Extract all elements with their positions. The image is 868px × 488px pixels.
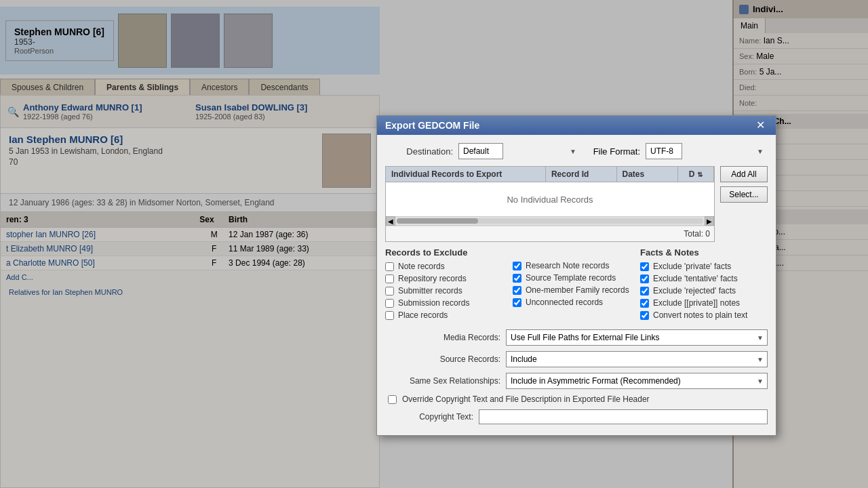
th-dates: Dates [617,167,678,182]
table-footer: Total: 0 [386,226,714,241]
scroll-track[interactable] [397,218,703,224]
checkbox-one-member-input[interactable] [513,286,521,295]
checkbox-exclude-rejected: Exclude 'rejected' facts [640,286,768,296]
facts-left-col: Research Note records Source Template re… [513,247,640,323]
exclude-section-title: Records to Exclude [385,247,513,258]
add-all-button[interactable]: Add All [720,166,768,182]
copyright-row: Copyright Text: [385,409,768,424]
file-format-label: File Format: [586,146,640,157]
override-label: Override Copyright Text and File Descrip… [402,394,650,404]
checkbox-repository-records-input[interactable] [385,274,394,283]
th-record-id: Record Id [546,167,617,182]
exclude-col: Records to Exclude Note records Reposito… [385,247,513,323]
horizontal-scrollbar[interactable]: ◀ ▶ [386,216,714,226]
media-records-label: Media Records: [385,333,500,342]
no-records-label: No Individual Records [496,184,604,216]
checkbox-exclude-private: Exclude 'private' facts [640,262,768,271]
same-sex-select-wrap: Include in Asymmetric Format (Recommende… [506,373,768,389]
export-gedcom-modal: Export GEDCOM File ✕ Destination: Defaul… [376,115,776,436]
checkbox-note-records-input[interactable] [385,262,394,271]
scroll-right-btn[interactable]: ▶ [705,216,714,226]
checkbox-submission-records-input[interactable] [385,299,394,308]
checkbox-source-template: Source Template records [513,273,640,283]
scroll-thumb [397,218,478,224]
source-records-row: Source Records: Include Exclude Referenc… [385,351,768,367]
checkbox-exclude-private-label: Exclude 'private' facts [653,262,731,271]
total-value: 0 [705,229,710,239]
destination-row: Destination: Default File Clipboard File… [385,143,768,159]
checkbox-unconnected-input[interactable] [513,298,521,307]
checkbox-exclude-private-notes: Exclude [[private]] notes [640,298,768,308]
sort-arrows[interactable]: ⇅ [697,171,703,178]
checkbox-exclude-private-input[interactable] [640,262,649,271]
th-d: D ⇅ [678,167,714,182]
source-select-wrap: Include Exclude Referenced Only [506,351,768,367]
file-format-select-wrap: UTF-8 ANSI ANSEL [646,143,768,159]
checkbox-submitter-records-input[interactable] [385,287,394,296]
checkbox-exclude-private-notes-input[interactable] [640,299,649,308]
records-table: Individual Records to Export Record Id D… [385,166,715,242]
media-select[interactable]: Use Full File Paths for External File Li… [506,329,768,346]
checkbox-exclude-rejected-input[interactable] [640,287,649,296]
checkbox-unconnected-label: Unconnected records [526,298,603,307]
destination-select[interactable]: Default File Clipboard [458,143,503,159]
checkbox-research-note: Research Note records [513,261,640,270]
table-header: Individual Records to Export Record Id D… [386,167,714,182]
media-records-row: Media Records: Use Full File Paths for E… [385,329,768,346]
checkbox-unconnected: Unconnected records [513,298,640,307]
checkbox-source-template-input[interactable] [513,274,521,283]
modal-title: Export GEDCOM File [385,120,479,131]
th-records: Individual Records to Export [386,167,546,182]
checkbox-repository-records: Repository records [385,274,513,283]
facts-section-title: Facts & Notes [640,247,768,258]
checkbox-exclude-tentative: Exclude 'tentative' facts [640,274,768,283]
checkbox-exclude-tentative-label: Exclude 'tentative' facts [653,274,738,283]
checkbox-research-note-input[interactable] [513,262,521,270]
checkbox-one-member-label: One-member Family records [526,285,629,295]
file-format-select[interactable]: UTF-8 ANSI ANSEL [646,143,682,159]
same-sex-row: Same Sex Relationships: Include in Asymm… [385,373,768,389]
checkbox-submission-records-label: Submission records [398,298,469,308]
modal-body: Destination: Default File Clipboard File… [377,135,776,435]
checkbox-note-records: Note records [385,262,513,271]
checkbox-convert-notes: Convert notes to plain text [640,310,768,320]
facts-right-col: Facts & Notes Exclude 'private' facts Ex… [640,247,768,323]
same-sex-label: Same Sex Relationships: [385,376,500,386]
exclude-facts-section: Records to Exclude Note records Reposito… [385,247,768,323]
checkbox-exclude-rejected-label: Exclude 'rejected' facts [653,286,736,296]
modal-close-button[interactable]: ✕ [753,120,768,131]
checkbox-source-template-label: Source Template records [526,273,616,283]
copyright-input[interactable] [479,409,768,424]
checkbox-note-records-label: Note records [398,262,445,271]
table-body: No Individual Records [386,182,714,216]
checkbox-repository-records-label: Repository records [398,274,467,283]
checkbox-place-records: Place records [385,310,513,320]
same-sex-select[interactable]: Include in Asymmetric Format (Recommende… [506,373,768,389]
th-d-text: D [689,169,695,179]
table-actions: Add All Select... [720,166,768,203]
checkbox-submitter-records-label: Submitter records [398,286,462,296]
checkbox-one-member: One-member Family records [513,285,640,295]
checkbox-research-note-label: Research Note records [526,261,609,270]
modal-header: Export GEDCOM File ✕ [377,116,776,135]
select-button[interactable]: Select... [720,186,768,203]
total-label: Total: [684,229,703,239]
source-records-label: Source Records: [385,354,500,364]
source-select[interactable]: Include Exclude Referenced Only [506,351,768,367]
destination-select-wrap: Default File Clipboard [458,143,580,159]
checkbox-convert-notes-label: Convert notes to plain text [653,310,747,320]
checkbox-exclude-tentative-input[interactable] [640,274,649,283]
checkbox-place-records-input[interactable] [385,311,394,320]
destination-label: Destination: [385,146,453,157]
media-select-wrap: Use Full File Paths for External File Li… [506,329,768,346]
checkbox-place-records-label: Place records [398,310,448,320]
checkbox-convert-notes-input[interactable] [640,311,649,320]
checkbox-submitter-records: Submitter records [385,286,513,296]
scroll-left-btn[interactable]: ◀ [386,216,395,226]
checkbox-exclude-private-notes-label: Exclude [[private]] notes [653,298,740,308]
records-table-area: Individual Records to Export Record Id D… [385,166,768,247]
records-table-main: Individual Records to Export Record Id D… [385,166,715,247]
checkbox-submission-records: Submission records [385,298,513,308]
override-checkbox-input[interactable] [388,395,397,404]
override-row: Override Copyright Text and File Descrip… [385,394,768,404]
